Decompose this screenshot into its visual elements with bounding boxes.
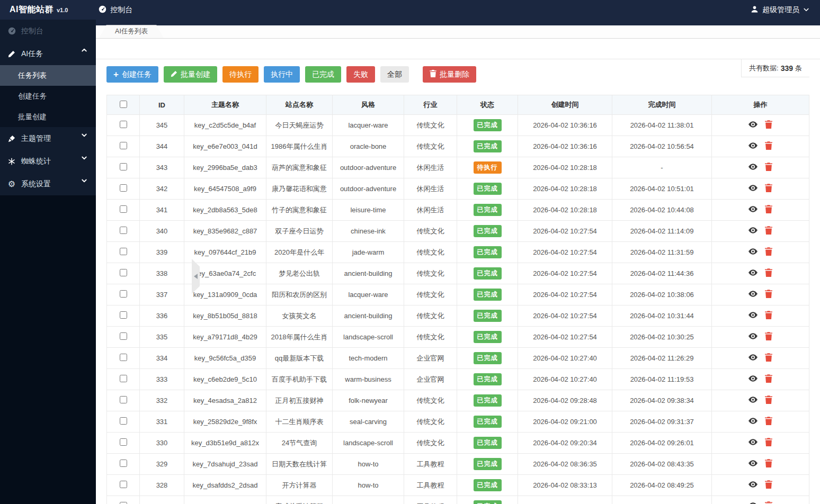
view-button[interactable]	[745, 438, 761, 447]
row-checkbox[interactable]	[120, 163, 127, 170]
view-button[interactable]	[745, 142, 761, 151]
row-checkbox[interactable]	[120, 375, 127, 382]
filter-pending-button[interactable]: 待执行	[222, 66, 259, 83]
site-cell: 双子座今日运势	[266, 221, 333, 242]
view-button[interactable]	[745, 205, 761, 214]
view-button[interactable]	[745, 248, 761, 257]
row-checkbox[interactable]	[120, 481, 127, 488]
sidebar-item-task-list[interactable]: 任务列表	[0, 65, 96, 86]
filter-done-button[interactable]: 已完成	[305, 66, 341, 83]
industry-cell: 传统文化	[404, 242, 457, 263]
row-checkbox[interactable]	[120, 290, 127, 298]
finished-cell: 2026-04-02 08:38:56	[612, 496, 712, 504]
row-checkbox[interactable]	[120, 417, 127, 425]
sidebar-item-batch-create[interactable]: 批量创建	[0, 106, 96, 127]
batch-create-button[interactable]: 批量创建	[164, 66, 217, 83]
row-checkbox[interactable]	[120, 396, 127, 403]
trash-icon	[765, 419, 772, 427]
delete-button[interactable]	[761, 332, 776, 342]
user-menu[interactable]: 超级管理员	[751, 5, 809, 15]
eye-icon	[748, 249, 757, 257]
style-cell: tech-modern	[333, 348, 404, 369]
row-checkbox[interactable]	[120, 248, 127, 255]
delete-button[interactable]	[761, 417, 776, 427]
row-checkbox[interactable]	[120, 142, 127, 149]
sidebar-item-ai-tasks[interactable]: AI任务	[0, 42, 96, 65]
table-wrap: ID主题名称站点名称风格行业状态创建时间完成时间操作 345key_c2d5c5…	[96, 89, 820, 504]
view-button[interactable]	[745, 269, 761, 278]
select-all-checkbox[interactable]	[120, 101, 127, 108]
view-button[interactable]	[745, 121, 761, 130]
filter-failed-button[interactable]: 失败	[346, 66, 375, 83]
view-button[interactable]	[745, 354, 761, 363]
nav-console-link[interactable]: 控制台	[99, 5, 132, 15]
row-checkbox[interactable]	[120, 460, 127, 467]
delete-button[interactable]	[761, 184, 776, 194]
row-checkbox[interactable]	[120, 184, 127, 192]
batch-delete-button[interactable]: 批量删除	[423, 66, 476, 83]
checkbox-cell	[107, 284, 140, 305]
row-checkbox[interactable]	[120, 438, 127, 446]
delete-button[interactable]	[761, 290, 776, 300]
sidebar-item-system-settings[interactable]: ⚙ 系统设置	[0, 173, 96, 195]
sidebar-item-theme-manage[interactable]: 主题管理	[0, 127, 96, 150]
delete-button[interactable]	[761, 480, 776, 490]
table-row: 331key_25829d2e_9f8fx十二生肖顺序表seal-carving…	[107, 411, 809, 433]
row-checkbox[interactable]	[120, 205, 127, 213]
checkbox-cell	[107, 390, 140, 411]
tab-ai-task-list[interactable]: AI任务列表	[99, 25, 164, 38]
row-checkbox[interactable]	[120, 311, 127, 319]
topic-cell: key_e6e7e003_041d	[184, 136, 266, 157]
id-cell: 331	[140, 411, 184, 433]
eye-icon	[748, 334, 757, 341]
delete-button[interactable]	[761, 268, 776, 278]
filter-running-button[interactable]: 执行中	[264, 66, 300, 83]
view-button[interactable]	[745, 460, 761, 469]
delete-button[interactable]	[761, 438, 776, 448]
view-button[interactable]	[745, 184, 761, 193]
delete-button[interactable]	[761, 120, 776, 130]
actions-cell	[712, 157, 809, 178]
view-button[interactable]	[745, 290, 761, 299]
delete-button[interactable]	[761, 501, 776, 504]
row-checkbox[interactable]	[120, 332, 127, 340]
delete-button[interactable]	[761, 311, 776, 321]
sidebar-item-console[interactable]: 控制台	[0, 20, 96, 42]
sidebar-item-spider-stats[interactable]: 蜘蛛统计	[0, 150, 96, 173]
industry-cell: 传统文化	[404, 263, 457, 284]
view-button[interactable]	[745, 417, 761, 426]
delete-button[interactable]	[761, 374, 776, 384]
style-cell: ancient-building	[333, 263, 404, 284]
create-task-button[interactable]: + 创建任务	[106, 66, 158, 83]
eye-icon	[748, 418, 757, 426]
view-button[interactable]	[745, 332, 761, 341]
delete-button[interactable]	[761, 226, 776, 236]
delete-button[interactable]	[761, 353, 776, 363]
view-button[interactable]	[745, 375, 761, 384]
status-badge: 已完成	[474, 246, 502, 258]
view-button[interactable]	[745, 396, 761, 405]
row-checkbox[interactable]	[120, 121, 127, 128]
view-button[interactable]	[745, 227, 761, 236]
row-checkbox[interactable]	[120, 269, 127, 276]
delete-button[interactable]	[761, 205, 776, 215]
row-checkbox[interactable]	[120, 354, 127, 361]
industry-cell: 企业官网	[404, 369, 457, 390]
delete-button[interactable]	[761, 141, 776, 151]
row-checkbox[interactable]	[120, 227, 127, 234]
chevron-down-icon	[81, 154, 87, 163]
view-button[interactable]	[745, 481, 761, 490]
view-button[interactable]	[745, 311, 761, 320]
checkbox-cell	[107, 369, 140, 390]
trash-icon	[765, 461, 772, 469]
row-checkbox[interactable]	[120, 502, 127, 504]
filter-all-button[interactable]: 全部	[380, 66, 409, 83]
sidebar-item-create-task[interactable]: 创建任务	[0, 86, 96, 106]
delete-button[interactable]	[761, 163, 776, 173]
delete-button[interactable]	[761, 459, 776, 469]
finished-cell: 2026-04-02 11:31:59	[612, 242, 712, 263]
view-button[interactable]	[745, 163, 761, 172]
delete-button[interactable]	[761, 247, 776, 257]
delete-button[interactable]	[761, 395, 776, 406]
view-button[interactable]	[745, 502, 761, 504]
